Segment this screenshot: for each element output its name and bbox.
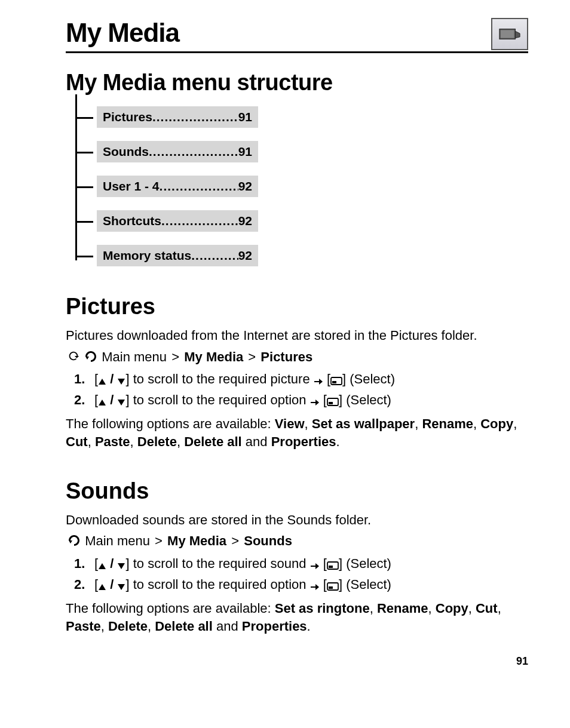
svg-marker-6 — [99, 379, 106, 385]
softkey-icon — [330, 371, 342, 391]
svg-rect-17 — [329, 402, 333, 404]
step-body: [ / ] to scroll to the required sound []… — [94, 554, 528, 575]
comma: , — [130, 434, 137, 449]
opt: Cut — [66, 434, 88, 449]
step-text: to scroll to the required option — [133, 392, 307, 407]
svg-marker-19 — [99, 563, 106, 569]
opt: Copy — [436, 601, 468, 616]
tree-label: Memory status — [103, 248, 191, 263]
nav-sep: > — [154, 533, 164, 548]
step-body: [ / ] to scroll to the required option [… — [94, 391, 528, 411]
right-arrow-icon — [310, 556, 320, 575]
svg-marker-26 — [118, 584, 125, 590]
pictures-nav-path: Main menu > My Media > Pictures — [66, 348, 528, 368]
svg-marker-2 — [516, 31, 520, 38]
tree-page: 92 — [238, 248, 252, 263]
list-item: 2. [ / ] to scroll to the required optio… — [74, 391, 528, 411]
right-arrow-icon — [310, 392, 320, 411]
list-item: 2. [ / ] to scroll to the required optio… — [74, 575, 528, 596]
opt: Rename — [377, 601, 428, 616]
goto-arrow-icon — [84, 349, 98, 368]
nav-prefix: Main menu — [85, 533, 150, 548]
down-triangle-icon — [117, 371, 125, 391]
up-triangle-icon — [98, 577, 106, 596]
tree-item: Memory status 92 — [75, 245, 528, 266]
sounds-steps: 1. [ / ] to scroll to the required sound… — [74, 554, 528, 596]
comma: , — [415, 416, 422, 431]
down-triangle-icon — [117, 577, 125, 596]
goto-arrow-icon — [67, 349, 80, 368]
opt-last: Properties — [242, 619, 307, 634]
nav-last: Pictures — [261, 349, 312, 364]
tree-dots — [160, 179, 238, 193]
comma: , — [513, 416, 517, 431]
tree-dots — [149, 145, 238, 159]
right-arrow-icon — [310, 577, 320, 596]
step-text: to scroll to the required option — [133, 577, 307, 592]
tree-page: 91 — [238, 110, 252, 124]
nav-mid: My Media — [167, 533, 226, 548]
pictures-steps: 1. [ / ] to scroll to the required pictu… — [74, 370, 528, 411]
page-header: My Media — [66, 18, 528, 53]
opt: Delete — [137, 434, 177, 449]
comma: , — [428, 601, 436, 616]
tree-entry: Pictures 91 — [97, 106, 258, 128]
tree-entry: Shortcuts 92 — [97, 210, 258, 232]
media-device-icon — [491, 18, 528, 50]
step-suffix: (Select) — [350, 371, 395, 386]
tree-item: Sounds 91 — [75, 141, 528, 162]
svg-marker-18 — [69, 540, 72, 543]
tree-label: User 1 - 4 — [103, 179, 160, 193]
comma: , — [370, 601, 377, 616]
tree-page: 91 — [238, 145, 252, 159]
sounds-heading: Sounds — [66, 478, 528, 504]
pictures-heading: Pictures — [66, 294, 528, 320]
opt: Delete — [108, 619, 148, 634]
svg-marker-28 — [315, 584, 319, 590]
tree-dots — [191, 248, 238, 263]
sounds-nav-path: Main menu > My Media > Sounds — [66, 532, 528, 552]
svg-marker-13 — [118, 400, 125, 406]
opt: View — [275, 416, 305, 431]
nav-prefix: Main menu — [102, 349, 167, 364]
tree-item: User 1 - 4 92 — [75, 176, 528, 197]
opt: Paste — [66, 619, 101, 634]
svg-rect-30 — [329, 586, 333, 589]
step-number: 1. — [74, 554, 94, 575]
svg-rect-1 — [501, 30, 514, 38]
svg-rect-24 — [329, 566, 333, 568]
tree-connector — [75, 186, 93, 188]
step-suffix: (Select) — [346, 577, 391, 592]
sounds-options: The following options are available: Set… — [66, 600, 528, 635]
comma: , — [473, 416, 480, 431]
softkey-icon — [327, 577, 339, 596]
opt: Set as ringtone — [275, 601, 370, 616]
tree-dots — [152, 110, 238, 124]
tree-label: Shortcuts — [103, 214, 161, 228]
up-triangle-icon — [98, 392, 106, 411]
right-arrow-icon — [314, 371, 323, 391]
opt: Delete all — [155, 619, 213, 634]
svg-marker-9 — [319, 379, 323, 385]
tree-page: 92 — [238, 179, 252, 193]
opts-and: and — [242, 434, 271, 449]
opt: Paste — [95, 434, 130, 449]
up-triangle-icon — [98, 371, 106, 391]
period: . — [336, 434, 340, 449]
comma: , — [305, 416, 312, 431]
list-item: 1. [ / ] to scroll to the required sound… — [74, 554, 528, 575]
step-text: to scroll to the required picture — [133, 371, 310, 386]
up-triangle-icon — [98, 556, 106, 575]
tree-item: Shortcuts 92 — [75, 210, 528, 232]
tree-connector — [75, 152, 93, 153]
period: . — [307, 619, 311, 634]
svg-marker-12 — [99, 400, 106, 406]
pictures-intro: Pictures downloaded from the Internet ar… — [66, 327, 528, 345]
svg-marker-25 — [99, 584, 106, 590]
opt-last: Properties — [271, 434, 336, 449]
comma: , — [468, 601, 476, 616]
tree-label: Sounds — [103, 145, 149, 159]
nav-sep: > — [247, 349, 257, 364]
opt: Rename — [422, 416, 473, 431]
tree-page: 92 — [238, 214, 252, 228]
